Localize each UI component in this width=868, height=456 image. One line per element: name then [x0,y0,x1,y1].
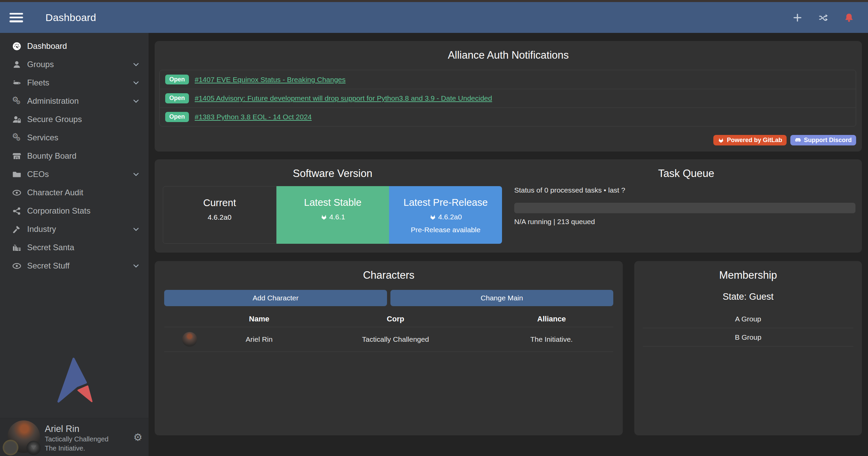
sidebar-item-label: Dashboard [27,41,67,51]
characters-buttons: Add Character Change Main [164,290,613,306]
change-main-button[interactable]: Change Main [390,290,613,306]
chevron-down-icon [132,61,140,68]
cogs-icon: ⚙⚙ [9,97,24,106]
sidebar-item-label: Administration [27,96,79,106]
alliance-logo-badge [26,441,41,455]
characters-table-header: Name Corp Alliance [155,312,623,327]
app-window: Dashboard [0,0,868,456]
sidebar-item-dashboard[interactable]: Dashboard [0,37,149,55]
gifts-icon [9,243,24,252]
hammer-icon [9,225,24,234]
user-lock-icon [9,115,24,124]
characters-panel: Characters Add Character Change Main Nam… [155,261,623,435]
eye-icon [9,261,24,271]
page-title: Dashboard [45,12,96,23]
sidebar-item-label: Secret Santa [27,243,74,252]
characters-title: Characters [155,261,623,281]
chevron-down-icon [132,79,140,86]
sidebar-item-bounty-board[interactable]: Bounty Board [0,147,149,165]
shuttle-icon [9,78,24,87]
sidebar-item-corporation-stats[interactable]: Corporation Stats [0,202,149,220]
table-divider [164,352,613,352]
panel-footer-badges: Powered by GitLab Support Discord [713,135,856,145]
user-alliance: The Initiative. [45,444,109,453]
top-navbar: Dashboard [0,2,868,33]
task-queue-queue-line: N/A running | 213 queued [514,218,595,226]
character-table-row: Ariel Rin Tactically Challenged The Init… [155,327,623,352]
dashboard-gauge-icon [9,42,24,51]
notification-item: Open #1383 Python 3.8 EOL - 14 Oct 2024 [160,107,856,126]
version-prerelease-box: Latest Pre-Release 4.6.2a0 Pre-Release a… [389,186,502,244]
sidebar: Dashboard Groups Fleets [0,33,149,456]
user-settings-gear-icon[interactable]: ⚙ [133,432,142,442]
notification-link[interactable]: #1383 Python 3.8 EOL - 14 Oct 2024 [195,113,312,121]
sidebar-item-label: Secure Groups [27,115,82,124]
user-icon [9,60,24,69]
sidebar-item-ceos[interactable]: CEOs [0,165,149,183]
software-version-section: Software Version Current 4.6.2a0 Latest … [155,159,510,180]
character-alliance-cell: The Initiative. [531,335,573,343]
sidebar-item-administration[interactable]: ⚙⚙ Administration [0,92,149,110]
menu-toggle-icon[interactable] [9,13,23,22]
sidebar-item-character-audit[interactable]: Character Audit [0,183,149,202]
powered-by-gitlab-badge[interactable]: Powered by GitLab [713,135,787,145]
version-current-box: Current 4.6.2a0 [163,186,276,244]
support-discord-badge[interactable]: Support Discord [790,135,856,145]
notification-link[interactable]: #1405 Advisory: Future development will … [195,94,492,102]
membership-group-list: A Group B Group [643,310,853,346]
sidebar-item-fleets[interactable]: Fleets [0,74,149,92]
task-queue-status-line: Status of 0 processed tasks • last ? [514,186,625,194]
sidebar-item-label: Bounty Board [27,151,76,161]
sidebar-item-label: Secret Stuff [27,261,70,271]
version-and-queue-panel: Software Version Current 4.6.2a0 Latest … [155,159,862,253]
eye-icon [9,188,24,197]
sidebar-item-services[interactable]: ⚙⚙ Services [0,128,149,147]
notifications-title: Alliance Auth Notifications [155,41,862,61]
sidebar-item-groups[interactable]: Groups [0,55,149,74]
change-main-shuffle-icon[interactable] [818,12,829,23]
software-version-title: Software Version [155,159,510,180]
alliance-auth-notifications-panel: Alliance Auth Notifications Open #1407 E… [155,41,862,152]
character-name-cell: Ariel Rin [246,335,272,343]
discord-icon [795,137,801,143]
chevron-down-icon [132,171,140,178]
sidebar-item-industry[interactable]: Industry [0,220,149,238]
notification-item: Open #1407 EVE Equinox Status - Breaking… [160,70,856,89]
user-panel: Ariel Rin Tactically Challenged The Init… [0,418,149,456]
sidebar-item-secret-santa[interactable]: Secret Santa [0,238,149,257]
notification-item: Open #1405 Advisory: Future development … [160,89,856,107]
task-queue-title: Task Queue [510,159,862,180]
folder-icon [9,170,24,179]
sidebar-item-label: Corporation Stats [27,206,91,216]
gitlab-icon [429,214,436,220]
sidebar-item-label: Fleets [27,78,49,87]
gitlab-icon [718,137,724,143]
character-corp-cell: Tactically Challenged [362,335,429,343]
sidebar-item-secret-stuff[interactable]: Secret Stuff [0,257,149,275]
notification-link[interactable]: #1407 EVE Equinox Status - Breaking Chan… [195,76,346,84]
sidebar-item-label: Services [27,133,58,142]
share-nodes-icon [9,206,24,216]
sidebar-item-label: CEOs [27,170,49,179]
prerelease-note: Pre-Release available [411,226,480,234]
status-badge: Open [165,75,189,85]
sidebar-item-label: Groups [27,60,54,69]
column-header-name: Name [249,315,269,323]
notifications-bell-icon[interactable] [844,12,854,23]
task-queue-section: Task Queue Status of 0 processed tasks •… [510,159,862,180]
character-portrait [182,332,197,347]
add-character-button[interactable]: Add Character [164,290,387,306]
chevron-down-icon [132,225,140,233]
chevron-down-icon [132,97,140,105]
notifications-list: Open #1407 EVE Equinox Status - Breaking… [159,70,856,126]
user-name: Ariel Rin [45,423,109,435]
user-corp: Tactically Challenged [45,435,109,444]
sidebar-nav: Dashboard Groups Fleets [0,33,149,275]
gitlab-icon [321,214,327,220]
membership-title: Membership [634,261,862,281]
sidebar-item-label: Character Audit [27,188,83,197]
sidebar-item-secure-groups[interactable]: Secure Groups [0,110,149,128]
sidebar-item-label: Industry [27,224,56,234]
membership-panel: Membership State: Guest A Group B Group [634,261,862,435]
add-character-icon[interactable] [792,12,803,23]
